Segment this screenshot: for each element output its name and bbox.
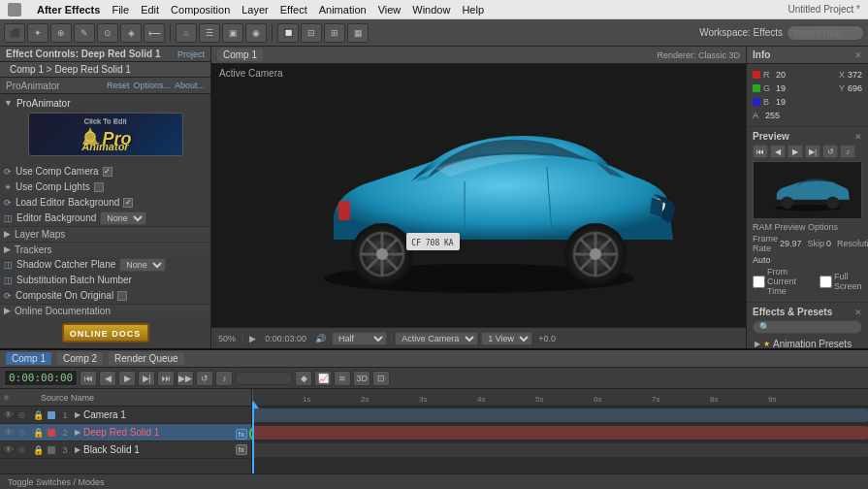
comp-viewport[interactable]: Active Camera [211, 64, 746, 327]
tl-loop-btn[interactable]: ↺ [196, 371, 213, 386]
trackers-section[interactable]: ▶ Trackers [0, 242, 210, 257]
tl-back-frame-btn[interactable]: ◀ [99, 371, 116, 386]
project-link[interactable]: Project [177, 49, 205, 59]
comp-lights-checkbox[interactable] [94, 182, 104, 192]
options-btn[interactable]: Options... [133, 81, 171, 90]
tl-marker-btn[interactable]: ◆ [295, 371, 312, 386]
camera-dropdown[interactable]: Active Camera [395, 332, 478, 345]
menu-effect[interactable]: Effect [280, 4, 307, 16]
menu-composition[interactable]: Composition [171, 4, 230, 16]
effects-search-input[interactable] [753, 320, 862, 334]
shadow-catcher-dropdown[interactable]: None [119, 258, 166, 272]
toolbar-btn-1[interactable]: ⬛ [4, 23, 25, 43]
menu-edit[interactable]: Edit [141, 4, 159, 16]
tl-search-input[interactable] [235, 372, 293, 385]
editor-bg-checkbox[interactable]: ✓ [123, 198, 133, 208]
toolbar-btn-9[interactable]: ☰ [199, 23, 220, 43]
layer-black-lock[interactable]: 🔒 [33, 445, 45, 455]
menu-animation[interactable]: Animation [319, 4, 367, 16]
menu-view[interactable]: View [378, 4, 402, 16]
toolbar-btn-8[interactable]: ⌂ [176, 23, 197, 43]
tl-tab-comp1[interactable]: Comp 1 [6, 352, 51, 365]
layer-black-fx-badge[interactable]: fx [236, 444, 247, 455]
proanim-triangle[interactable]: ▼ [4, 98, 13, 108]
layer-red-fx-badge[interactable]: fx [236, 429, 247, 440]
toolbar-btn-12[interactable]: 🔲 [277, 23, 299, 43]
toolbar-btn-11[interactable]: ◉ [245, 23, 267, 43]
effects-item-anim-presets[interactable]: ▶ ★ Animation Presets [753, 337, 862, 348]
tl-fwd-frame-btn[interactable]: ▶| [138, 371, 155, 386]
layer-black-solo[interactable]: ◎ [18, 445, 30, 454]
preview-loop[interactable]: ↺ [822, 145, 838, 158]
layer-red-solo[interactable]: ◎ [18, 428, 30, 437]
layer-maps-section[interactable]: ▶ Layer Maps [0, 226, 210, 242]
toolbar-btn-7[interactable]: ⟵ [144, 23, 165, 43]
composite-checkbox[interactable] [117, 291, 127, 301]
proanim-logo[interactable]: Click To Edit Pro Animator [28, 113, 183, 156]
tl-ram-preview-btn[interactable]: ▶▶ [177, 371, 194, 386]
tl-tab-comp2[interactable]: Comp 2 [57, 352, 103, 365]
ram-preview-options[interactable]: RAM Preview Options [753, 222, 862, 232]
timecode-display[interactable]: 0:00:03:00 [262, 334, 309, 343]
tl-status-switches[interactable]: Toggle Switches / Modes [8, 477, 105, 487]
layer-red-eye[interactable]: 👁 [4, 427, 16, 438]
toolbar-btn-13[interactable]: ⊟ [301, 23, 322, 43]
layer-red-lock[interactable]: 🔒 [33, 428, 45, 438]
info-close[interactable]: ✕ [854, 50, 862, 60]
reset-btn[interactable]: Reset [107, 81, 130, 90]
tl-play-btn[interactable]: ▶ [118, 371, 136, 386]
layer-camera-solo[interactable]: ◎ [18, 410, 30, 419]
menu-app-name[interactable]: After Effects [37, 4, 100, 16]
timecode-display[interactable]: 0:00:00:00 [4, 370, 78, 386]
menu-help[interactable]: Help [462, 4, 484, 16]
views-dropdown[interactable]: 1 View [481, 332, 532, 345]
preview-audio[interactable]: ♪ [840, 145, 855, 158]
layer-black-expand[interactable]: ▶ [75, 445, 80, 454]
toolbar-btn-3[interactable]: ⊕ [50, 23, 72, 43]
toolbar-btn-5[interactable]: ⊙ [97, 23, 118, 43]
layer-camera-lock[interactable]: 🔒 [33, 410, 45, 420]
toolbar-btn-10[interactable]: ▣ [222, 23, 243, 43]
about-btn[interactable]: About... [175, 81, 205, 90]
preview-play[interactable]: ▶ [788, 145, 803, 158]
tl-end-btn[interactable]: ⏭ [157, 371, 175, 386]
effects-close[interactable]: ✕ [854, 308, 862, 317]
quality-dropdown[interactable]: HalfFullQuarter [332, 332, 387, 345]
playback-btn[interactable]: ▶ [246, 334, 259, 343]
tl-audio-btn[interactable]: ♪ [215, 371, 233, 386]
tl-motion-blur-btn[interactable]: ≋ [334, 371, 351, 386]
toolbar-btn-4[interactable]: ✎ [74, 23, 95, 43]
preview-step-back[interactable]: ◀ [770, 145, 786, 158]
toolbar-btn-6[interactable]: ◈ [120, 23, 142, 43]
preview-skip-start[interactable]: ⏮ [753, 145, 768, 158]
tl-graph-btn[interactable]: 📈 [314, 371, 332, 386]
comp-tab[interactable]: Comp 1 [217, 49, 263, 61]
toolbar-btn-2[interactable]: ✦ [27, 23, 48, 43]
full-screen-check[interactable] [820, 276, 832, 288]
preview-close[interactable]: ✕ [854, 132, 862, 142]
tl-tab-render-queue[interactable]: Render Queue [109, 352, 184, 365]
online-docs-section[interactable]: ▶ Online Documentation [0, 304, 210, 317]
tl-home-btn[interactable]: ⏮ [80, 371, 97, 386]
toolbar-btn-14[interactable]: ⊞ [324, 23, 345, 43]
layer-red-expand[interactable]: ▶ [75, 428, 80, 437]
layer-camera-eye[interactable]: 👁 [4, 409, 16, 420]
preview-step-fwd[interactable]: ▶| [805, 145, 820, 158]
tl-switches-btn[interactable]: ⊡ [372, 371, 390, 386]
zoom-level[interactable]: 50% [215, 334, 239, 343]
menu-file[interactable]: File [112, 4, 129, 16]
from-current-check[interactable] [753, 276, 765, 288]
playhead[interactable] [252, 407, 254, 473]
toolbar-btn-15[interactable]: ▦ [347, 23, 369, 43]
tl-3d-btn[interactable]: 3D [353, 371, 370, 386]
layer-black-eye[interactable]: 👁 [4, 444, 16, 455]
online-docs-button[interactable]: ONLINE DOCS [62, 323, 149, 342]
menu-window[interactable]: Window [412, 4, 450, 16]
layer-camera-expand[interactable]: ▶ [75, 410, 80, 419]
time-mark-7s: 7s [652, 395, 659, 404]
editor-bg-dropdown[interactable]: None [100, 212, 146, 225]
search-input[interactable] [787, 25, 864, 41]
comp-camera-checkbox[interactable]: ✓ [103, 167, 113, 177]
audio-btn[interactable]: 🔊 [312, 334, 329, 343]
menu-layer[interactable]: Layer [241, 4, 269, 16]
